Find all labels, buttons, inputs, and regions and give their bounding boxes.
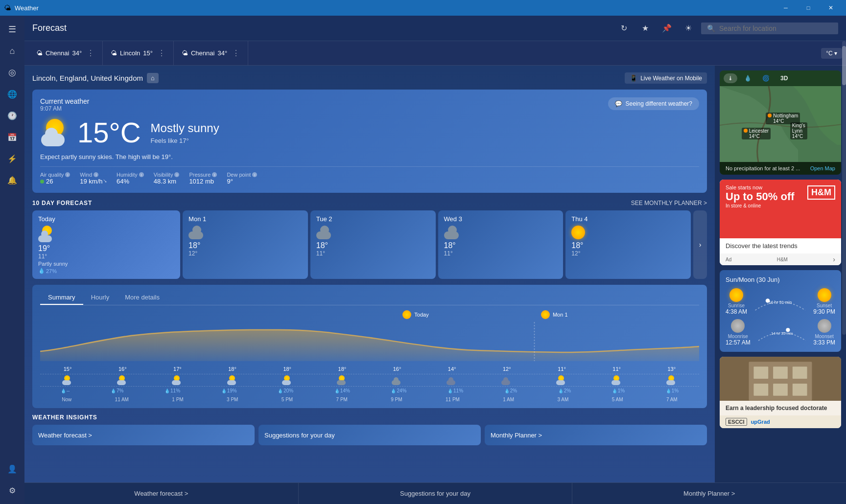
map-tab-water[interactable]: 💧 [740, 73, 755, 83]
monthly-planner-link[interactable]: SEE MONTHLY PLANNER > [631, 200, 707, 206]
forecast-card-thu[interactable]: Thu 4 18° 12° [565, 210, 691, 279]
time-8: 1 AM [503, 397, 514, 402]
sunset-icon [818, 288, 831, 302]
sidebar-item-history[interactable]: 🕐 [2, 106, 22, 125]
close-button[interactable]: ✕ [820, 0, 842, 16]
sidebar-item-globe[interactable]: 🌐 [2, 84, 22, 104]
live-weather-label: Live Weather on Mobile [640, 75, 702, 82]
sidebar-item-calendar[interactable]: 📅 [2, 127, 22, 147]
sidebar-item-sports[interactable]: ⚡ [2, 149, 22, 168]
location-city-0: Chennai [46, 49, 69, 57]
svg-rect-10 [793, 367, 807, 379]
promo-logo2: upGrad [751, 419, 770, 425]
moonrise-time: 12:57 AM [726, 339, 751, 346]
topbar: Forecast ↻ ★ 📌 ☀ 🔍 [24, 16, 846, 41]
chart-icon-3 [227, 375, 238, 385]
feels-like: Feels like 17° [151, 137, 219, 144]
current-weather-label: Current weather [40, 97, 89, 105]
sidebar-item-profile[interactable]: 👤 [2, 459, 22, 479]
live-weather-button[interactable]: 📱 Live Weather on Mobile [625, 72, 707, 84]
stat-wind: Wind i 19 km/h ↑ [80, 172, 107, 185]
location-menu-0[interactable]: ⋮ [87, 48, 94, 58]
temp-label-7: 14° [448, 366, 456, 372]
map-tab-3d[interactable]: 3D [776, 73, 792, 83]
locations-bar: 🌤 Chennai 34° ⋮ 🌤 Lincoln 15° ⋮ 🌤 Chenna… [24, 41, 846, 66]
search-box[interactable]: 🔍 [701, 23, 838, 34]
open-map-button[interactable]: Open Map [810, 165, 835, 171]
ad-card: Sale starts now Up to 50% off In store &… [720, 180, 841, 265]
tab-hourly[interactable]: Hourly [83, 291, 118, 305]
location-item-0[interactable]: 🌤 Chennai 34° ⋮ [28, 41, 103, 65]
tab-more-details[interactable]: More details [117, 291, 167, 305]
suggestions-label: Suggestions for your day [400, 490, 470, 497]
forecast-day-today: Today [38, 215, 174, 223]
location-item-1[interactable]: 🌤 Lincoln 15° ⋮ [103, 41, 174, 65]
chart-icon-9 [556, 375, 567, 385]
insight-card-monthly-planner[interactable]: Monthly Planner > [485, 425, 707, 445]
stat-pressure: Pressure i 1012 mb [189, 172, 217, 185]
insight-label-2: Monthly Planner > [491, 432, 542, 439]
temp-label-1: 16° [118, 366, 127, 372]
pin-button[interactable]: 📌 [658, 20, 676, 37]
forecast-day-thu: Thu 4 [571, 215, 685, 223]
rain-0: 💧-- [61, 388, 70, 393]
sidebar-item-home[interactable]: ⌂ [2, 41, 22, 61]
map-city-leicester: Leicester14°C [742, 128, 771, 139]
weather-insights-section: WEATHER INSIGHTS Weather forecast > Sugg… [32, 414, 707, 445]
temp-label-5: 18° [338, 366, 347, 372]
forecast-card-wed[interactable]: Wed 3 18° 11° [438, 210, 564, 279]
chart-icon-10 [611, 375, 622, 385]
bottom-item-suggestions[interactable]: Suggestions for your day [299, 483, 573, 504]
location-item-2[interactable]: 🌤 Chennai 34° ⋮ [174, 41, 248, 65]
rain-8: 💧2% [504, 388, 517, 393]
bottom-item-weather-forecast[interactable]: Weather forecast > [24, 483, 299, 504]
map-tab-temperature[interactable]: 🌡 [724, 73, 737, 83]
ad-image[interactable]: Sale starts now Up to 50% off In store &… [720, 180, 841, 238]
forecast-card-today[interactable]: Today 19° 11° Partly sunny 💧27% [32, 210, 180, 279]
forecast-card-mon[interactable]: Mon 1 18° 12° [183, 210, 308, 279]
map-tab-wind[interactable]: 🌀 [758, 73, 774, 83]
current-weather-time: 9:07 AM [40, 105, 89, 112]
search-input[interactable] [719, 24, 832, 32]
scrollbar[interactable] [842, 66, 846, 335]
minimize-button[interactable]: ─ [775, 0, 797, 16]
location-temp-1: 15° [143, 49, 153, 57]
refresh-button[interactable]: ↻ [615, 20, 633, 37]
home-button[interactable]: ⌂ [147, 73, 159, 83]
unit-selector[interactable]: °C ▾ [821, 48, 842, 59]
temp-label-8: 12° [503, 366, 511, 372]
promo-logo1: ESCCI [726, 418, 747, 426]
ad-brand-text: H&M [777, 257, 788, 262]
maximize-button[interactable]: □ [797, 0, 820, 16]
brightness-button[interactable]: ☀ [680, 20, 697, 37]
stat-dew-point: Dew point i 9° [227, 172, 257, 185]
bottom-item-monthly-planner[interactable]: Monthly Planner > [572, 483, 846, 504]
sidebar-item-map[interactable]: ◎ [2, 63, 22, 82]
seeing-different-button[interactable]: 💬 Seeing different weather? [608, 97, 699, 110]
promo-card[interactable]: Earn a leadership focused doctorate ESCC… [720, 357, 841, 428]
right-panel: 🌡 💧 🌀 3D [715, 66, 846, 482]
forecast-card-tue[interactable]: Tue 2 18° 11° [310, 210, 436, 279]
tab-summary[interactable]: Summary [40, 291, 83, 305]
favorites-button[interactable]: ★ [636, 20, 654, 37]
location-temp-2: 34° [217, 49, 227, 57]
location-menu-1[interactable]: ⋮ [158, 48, 165, 58]
chart-icon-7 [446, 375, 457, 385]
ad-discount: Up to 50% off [726, 190, 795, 203]
ad-more-icon[interactable]: › [833, 255, 835, 263]
location-menu-2[interactable]: ⋮ [232, 48, 240, 58]
insight-card-weather-forecast[interactable]: Weather forecast > [32, 425, 255, 445]
sidebar-item-settings[interactable]: ⚙ [2, 481, 22, 500]
bottom-bar: Weather forecast > Suggestions for your … [24, 482, 846, 504]
sunrise-icon [729, 288, 743, 302]
rain-1: 💧7% [111, 388, 123, 393]
forecast-next-button[interactable]: › [693, 210, 707, 279]
insight-label-0: Weather forecast > [38, 432, 92, 439]
sidebar-item-alerts[interactable]: 🔔 [2, 170, 22, 190]
forecast-icon-mon [188, 226, 206, 239]
chart-icon-2 [172, 375, 183, 385]
insight-card-suggestions[interactable]: Suggestions for your day [258, 425, 481, 445]
sidebar-menu-icon[interactable]: ☰ [2, 20, 22, 39]
map-display[interactable]: Nottingham14°C Leicester14°C King'sLynn1… [720, 86, 841, 162]
ad-store-text: In store & online [726, 203, 795, 208]
